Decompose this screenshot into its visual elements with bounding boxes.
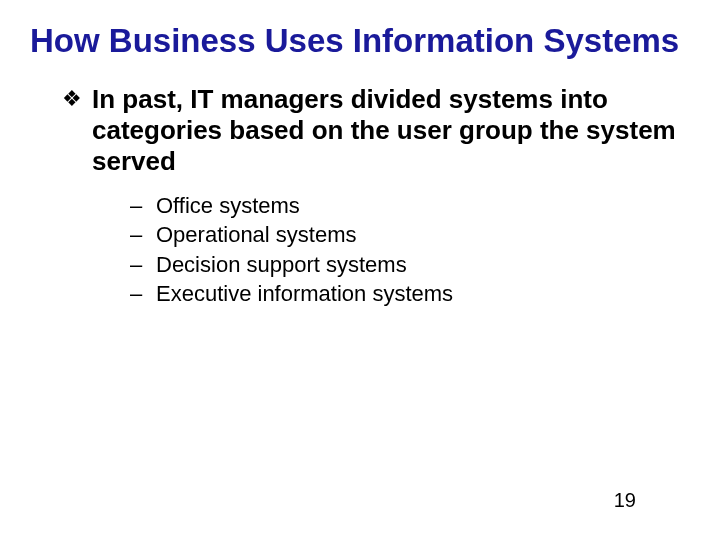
list-item: – Executive information systems	[130, 280, 690, 308]
subitem-text: Operational systems	[156, 221, 357, 249]
sublist: – Office systems – Operational systems –…	[130, 192, 690, 308]
list-item: – Operational systems	[130, 221, 690, 249]
dash-icon: –	[130, 192, 156, 220]
diamond-bullet-icon: ❖	[62, 85, 82, 113]
subitem-text: Executive information systems	[156, 280, 453, 308]
subitem-text: Decision support systems	[156, 251, 407, 279]
bullet-text: In past, IT managers divided systems int…	[92, 84, 690, 178]
dash-icon: –	[130, 280, 156, 308]
bullet-item: ❖ In past, IT managers divided systems i…	[62, 84, 690, 178]
page-number: 19	[614, 489, 636, 512]
list-item: – Office systems	[130, 192, 690, 220]
slide-title: How Business Uses Information Systems	[30, 22, 690, 60]
list-item: – Decision support systems	[130, 251, 690, 279]
dash-icon: –	[130, 221, 156, 249]
dash-icon: –	[130, 251, 156, 279]
subitem-text: Office systems	[156, 192, 300, 220]
